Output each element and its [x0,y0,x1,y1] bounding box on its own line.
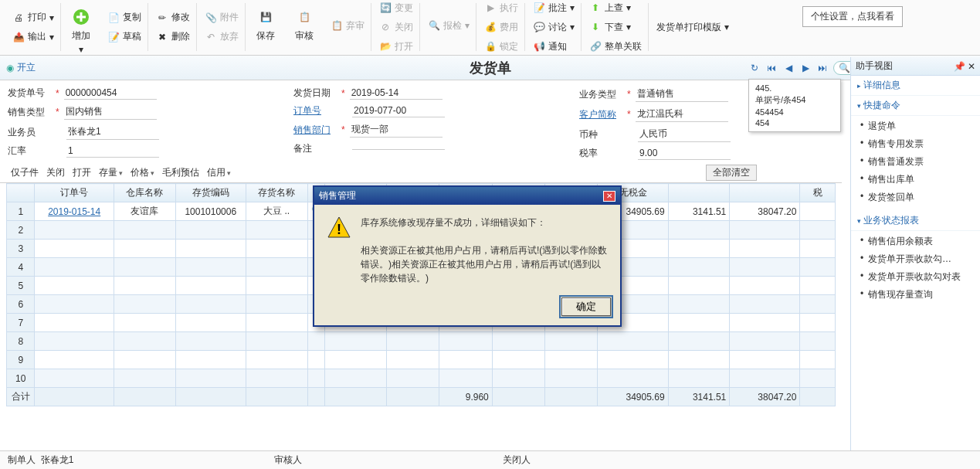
table-row[interactable]: 9 [7,351,836,369]
print-template-select[interactable]: 发货单打印模版 ▾ [653,19,732,36]
delete-button[interactable]: ✖删除 [153,29,193,45]
column-header[interactable] [730,184,800,202]
field-label: 发货日期 [293,87,337,100]
dialog-message: 库存系统修改现存量不成功，详细错误如下： 相关资源正在被其他用户占用，请稍后再试… [361,216,608,285]
field-value[interactable] [352,148,445,150]
form-row: 发货日期*2019-05-14 [293,87,548,100]
nav-first[interactable]: ⏮ [765,62,778,74]
column-header[interactable]: 存货编码 [175,184,246,202]
panel-link[interactable]: 销售出库单 [851,171,980,189]
copy-icon: 📄 [107,12,120,24]
rp-quick-section[interactable]: 快捷命令 [851,96,980,116]
panel-link[interactable]: 发货单开票收款勾… [851,250,980,268]
pin-icon[interactable]: 📌 ✕ [954,61,975,72]
table-row[interactable]: 8 [7,332,836,351]
approve-button[interactable]: 📝批注 ▾ [530,0,578,16]
row-open-button[interactable]: 打开 [73,166,91,179]
dialog-close-button[interactable]: ✕ [603,191,615,202]
up-search-button[interactable]: ⬆上查 ▾ [586,0,645,16]
field-value[interactable]: 人民币 [638,127,731,142]
column-header[interactable] [668,184,730,202]
copy-button[interactable]: 📄复制 [104,9,144,25]
panel-link[interactable]: 销售信用余额表 [851,233,980,250]
field-value[interactable]: 9.00 [638,147,731,160]
field-label[interactable]: 客户简称 [579,108,622,121]
only-child-toggle[interactable]: 仅子件 [11,166,39,179]
change-button: 🔄变更 [376,0,416,16]
column-header[interactable]: 仓库名称 [114,184,175,202]
personalize-tip[interactable]: 个性设置，点我看看 [802,6,903,27]
table-row[interactable]: 10 [7,369,836,388]
down-search-button[interactable]: ⬇下查 ▾ [586,19,645,36]
gross-button[interactable]: 毛利预估 [162,166,199,179]
print-button[interactable]: 🖨打印 ▾ [9,9,57,25]
footer-bar: 制单人 张春龙1 审核人 关闭人 [0,450,980,469]
panel-link[interactable]: 发货签回单 [851,189,980,206]
lock-icon: 🔒 [484,40,497,53]
panel-link[interactable]: 销售现存量查询 [851,286,980,304]
discuss-button[interactable]: 💬讨论 ▾ [530,19,578,36]
field-value[interactable]: 现货一部 [350,122,443,138]
audit-button[interactable]: 📋审核 [286,3,323,46]
draft-button[interactable]: 📝草稿 [104,29,144,45]
field-label: 币种 [579,128,622,141]
panel-link[interactable]: 销售专用发票 [851,135,980,153]
auditor-label: 审核人 [274,454,302,467]
field-label: 税率 [579,147,622,160]
nav-next[interactable]: ▶ [799,62,812,74]
clear-all-button[interactable]: 全部清空 [706,165,757,181]
field-value[interactable]: 张春龙1 [66,124,159,140]
field-value[interactable]: 2019-077-00 [352,104,445,117]
search-icon: 🔍 [839,63,850,73]
column-header[interactable]: 订单号 [35,184,114,202]
modify-button[interactable]: ✏修改 [153,9,193,25]
credit-menu[interactable]: 信用 [207,166,231,179]
field-label: 销售类型 [8,106,51,119]
output-button[interactable]: 📤输出 ▾ [9,29,57,45]
field-label: 备注 [293,142,337,155]
report-icon: 🔍 [428,19,440,32]
price-menu[interactable]: 价格 [131,166,154,179]
nav-last[interactable]: ⏭ [816,62,829,74]
exec-icon: ▶ [484,2,497,14]
column-header[interactable]: 税 [800,184,836,202]
helper-panel: 助手视图 📌 ✕ 详细信息 快捷命令 退货单销售专用发票销售普通发票销售出库单发… [850,57,980,451]
field-value[interactable]: 0000000454 [64,87,157,100]
add-button[interactable]: 增加▾ [63,3,100,58]
dialog-ok-button[interactable]: 确定 [561,297,611,316]
row-close-button[interactable]: 关闭 [46,166,65,179]
notify-button[interactable]: 📢通知 [530,39,578,55]
helper-title: 助手视图 [856,59,893,73]
required-mark: * [627,109,631,120]
field-value[interactable]: 国内销售 [64,104,157,120]
lock-button: 🔒锁定 [481,39,521,55]
export-icon: 📤 [12,31,25,43]
field-label[interactable]: 订单号 [293,104,337,117]
column-header[interactable] [7,184,35,202]
field-value[interactable]: 1 [66,144,159,158]
nav-refresh[interactable]: ↻ [748,62,761,74]
panel-link[interactable]: 销售普通发票 [851,153,980,171]
form-row: 备注 [293,142,548,155]
panel-link[interactable]: 发货单开票收款勾对表 [851,268,980,286]
rp-report-section[interactable]: 业务状态报表 [851,211,980,231]
status-icon: ◉ [6,63,14,73]
field-value[interactable]: 普通销售 [636,87,728,102]
field-label[interactable]: 销售部门 [293,124,337,137]
field-value[interactable]: 2019-05-14 [350,87,443,100]
column-header[interactable]: 存货名称 [246,184,307,202]
field-value[interactable]: 龙江温氏科 [636,107,728,122]
search-suggestions[interactable]: 445. 单据号/条454 454454 454 [748,79,841,132]
warning-icon: ! [327,216,351,240]
rp-detail-section[interactable]: 详细信息 [851,76,980,96]
stock-menu[interactable]: 存量 [99,166,123,179]
open-doc-button: 📂打开 [376,39,416,55]
svg-text:!: ! [337,222,341,237]
nav-prev[interactable]: ◀ [782,62,795,74]
change-icon: 🔄 [379,2,392,14]
giveup-button: ↶放弃 [202,29,242,45]
bell-icon: 📢 [533,40,545,53]
assoc-button[interactable]: 🔗整单关联 [586,39,645,55]
error-dialog: 销售管理 ✕ ! 库存系统修改现存量不成功，详细错误如下： 相关资源正在被其他用… [313,185,622,327]
panel-link[interactable]: 退货单 [851,117,980,135]
